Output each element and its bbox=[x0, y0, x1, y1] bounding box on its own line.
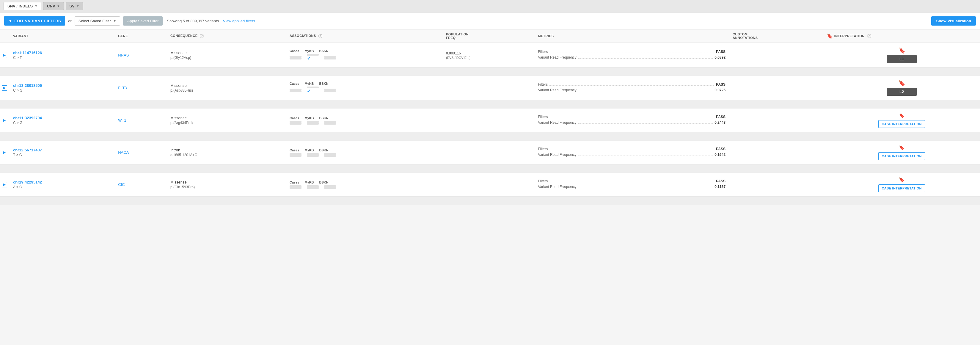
apply-saved-filter-button[interactable]: Apply Saved Filter bbox=[123, 16, 163, 25]
consequence-help-icon[interactable]: ? bbox=[200, 34, 204, 38]
associations-help-icon[interactable]: ? bbox=[318, 34, 322, 38]
vrf-label: Variant Read Frequency bbox=[538, 55, 576, 59]
metrics-filter-row: Filters PASS bbox=[538, 179, 725, 183]
variant-change: C > G bbox=[13, 88, 111, 92]
tab-snv-indels-arrow: ▼ bbox=[35, 5, 37, 8]
or-label: or bbox=[68, 19, 72, 23]
consequence-type: Missense bbox=[170, 116, 282, 120]
assoc-cases-label: Cases bbox=[290, 116, 299, 120]
view-applied-filters-link[interactable]: View applied filters bbox=[223, 19, 255, 23]
bookmark-outline-icon: 🔖 bbox=[827, 177, 977, 183]
metrics-container: Filters PASS Variant Read Frequency 0.08… bbox=[538, 50, 725, 59]
bookmark-outline-icon: 🔖 bbox=[827, 145, 977, 151]
expand-row-button[interactable]: ▶ bbox=[2, 85, 7, 91]
variant-change: C > G bbox=[13, 121, 111, 125]
expand-row-button[interactable]: ▶ bbox=[2, 150, 7, 155]
filters-label: Filters bbox=[538, 179, 548, 183]
th-expand bbox=[0, 29, 10, 43]
gene-link[interactable]: CIC bbox=[118, 182, 124, 187]
vrf-label: Variant Read Frequency bbox=[538, 121, 576, 125]
tab-snv-indels[interactable]: SNV / INDELS ▼ bbox=[3, 2, 41, 10]
filters-label: Filters bbox=[538, 50, 548, 54]
assoc-bar bbox=[324, 185, 336, 187]
custom-annotations-cell bbox=[729, 108, 823, 132]
assoc-bskn-label: BSKN bbox=[319, 116, 329, 120]
th-population-freq: POPULATIONFREQ bbox=[442, 29, 534, 43]
expand-row-button[interactable]: ▶ bbox=[2, 118, 7, 123]
expand-row-button[interactable]: ▶ bbox=[2, 52, 7, 58]
consequence-type: Missense bbox=[170, 83, 282, 88]
consequence-detail: p.(Arg434Pro) bbox=[170, 121, 282, 125]
gene-link[interactable]: FLT3 bbox=[118, 86, 127, 90]
assoc-bar bbox=[324, 121, 336, 123]
metrics-filter-row: Filters PASS bbox=[538, 115, 725, 119]
assoc-bar bbox=[307, 54, 319, 56]
assoc-bskn-label: BSKN bbox=[319, 82, 329, 85]
metrics-dots-2 bbox=[578, 89, 713, 91]
edit-filters-button[interactable]: ▼ EDIT VARIANT FILTERS bbox=[4, 16, 65, 25]
vrf-label: Variant Read Frequency bbox=[538, 88, 576, 92]
vrf-value: 0.0725 bbox=[714, 88, 725, 92]
vrf-value: 0.1157 bbox=[714, 185, 725, 189]
tab-cnv-label: CNV bbox=[47, 4, 55, 8]
consequence-detail: c.1865-1201A>C bbox=[170, 153, 282, 157]
consequence-type: Missense bbox=[170, 180, 282, 184]
case-interpretation-button[interactable]: CASE INTERPRETATION bbox=[878, 120, 925, 128]
metrics-container: Filters PASS Variant Read Frequency 0.07… bbox=[538, 83, 725, 92]
assoc-mykb-label: MyKB bbox=[304, 148, 314, 152]
variant-link[interactable]: chr19:42295142 bbox=[13, 180, 42, 184]
show-visualization-button[interactable]: Show Visualization bbox=[931, 16, 976, 25]
bookmark-icon: 🔖 bbox=[827, 80, 977, 87]
tab-sv[interactable]: SV ▼ bbox=[66, 2, 83, 10]
consequence-type: Intron bbox=[170, 148, 282, 152]
expand-row-button[interactable]: ▶ bbox=[2, 182, 7, 188]
interpretation-help-icon[interactable]: ? bbox=[867, 34, 871, 38]
select-filter-label: Select Saved Filter bbox=[78, 19, 111, 23]
metrics-dots bbox=[549, 83, 714, 86]
select-saved-filter-button[interactable]: Select Saved Filter ▼ bbox=[75, 16, 120, 25]
metrics-dots bbox=[549, 116, 714, 118]
variant-link[interactable]: chr12:56717407 bbox=[13, 148, 42, 152]
association-check: ✓ bbox=[307, 89, 311, 94]
th-custom-annotations: CUSTOMANNOTATIONS bbox=[729, 29, 823, 43]
th-interpretation: 🔖 INTERPRETATION ? bbox=[823, 29, 980, 43]
metrics-vrf-row: Variant Read Frequency 0.1157 bbox=[538, 185, 725, 189]
row-separator bbox=[0, 100, 980, 109]
custom-annotations-cell bbox=[729, 76, 823, 100]
assoc-cases-col bbox=[290, 89, 301, 92]
metrics-dots-2 bbox=[578, 153, 713, 156]
consequence-detail: p.(Asp835His) bbox=[170, 88, 282, 92]
custom-annotations-cell bbox=[729, 43, 823, 67]
variant-link[interactable]: chr11:32392704 bbox=[13, 116, 42, 120]
gene-link[interactable]: NRAS bbox=[118, 53, 129, 57]
metrics-container: Filters PASS Variant Read Frequency 0.24… bbox=[538, 115, 725, 125]
filter-value: PASS bbox=[716, 147, 725, 151]
consequence-type: Missense bbox=[170, 51, 282, 55]
assoc-bskn-col bbox=[324, 185, 336, 189]
case-interpretation-button[interactable]: CASE INTERPRETATION bbox=[878, 152, 925, 160]
assoc-bar bbox=[324, 153, 336, 155]
showing-text: Showing 5 of 309,397 variants. bbox=[167, 19, 220, 23]
tab-cnv[interactable]: CNV ▼ bbox=[43, 2, 64, 10]
case-interpretation-button[interactable]: CASE INTERPRETATION bbox=[878, 184, 925, 192]
row-separator bbox=[0, 67, 980, 76]
assoc-bar bbox=[324, 187, 336, 189]
assoc-bskn-col bbox=[324, 56, 336, 59]
variant-link[interactable]: chr13:28018505 bbox=[13, 83, 42, 88]
assoc-bar bbox=[324, 123, 336, 125]
variant-link[interactable]: chr1:114716126 bbox=[13, 51, 42, 55]
gene-link[interactable]: WT1 bbox=[118, 118, 126, 122]
assoc-cases-label: Cases bbox=[290, 181, 299, 184]
assoc-bar bbox=[290, 123, 301, 125]
assoc-bskn-col bbox=[324, 89, 336, 92]
interpretation-cell: 🔖 L1 bbox=[823, 43, 980, 67]
assoc-mykb-label: MyKB bbox=[304, 49, 314, 52]
bookmark-header-icon: 🔖 bbox=[827, 33, 833, 39]
assoc-bar bbox=[307, 155, 319, 157]
assoc-bar bbox=[290, 185, 301, 187]
filters-label: Filters bbox=[538, 83, 548, 87]
assoc-bar bbox=[290, 58, 301, 59]
top-nav: SNV / INDELS ▼ CNV ▼ SV ▼ bbox=[0, 0, 980, 13]
assoc-mykb-col bbox=[307, 121, 319, 125]
gene-link[interactable]: NACA bbox=[118, 150, 129, 155]
